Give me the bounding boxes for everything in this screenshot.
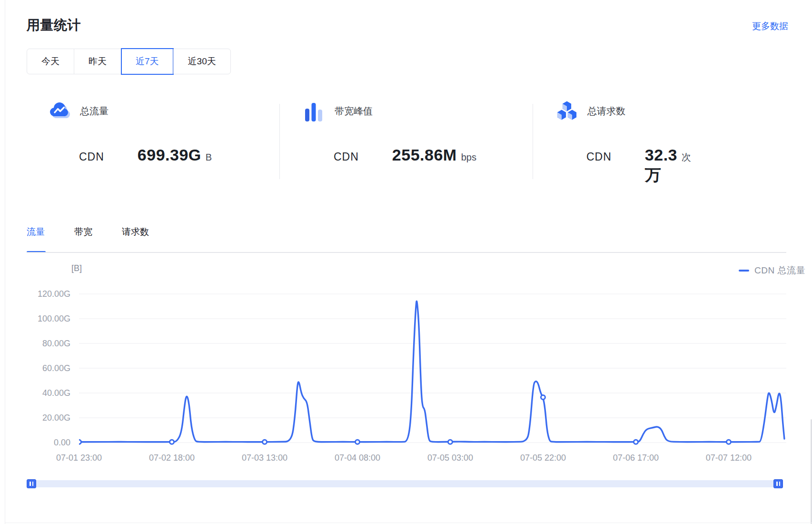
stat-card-header: 带宽峰值	[303, 100, 373, 122]
stat-unit: 次	[682, 151, 691, 164]
stat-label: 总流量	[80, 105, 109, 118]
stat-card-total-traffic: 总流量 CDN 699.39G B	[49, 100, 109, 176]
data-point-marker[interactable]	[726, 440, 731, 444]
stat-value-row: CDN 699.39G B	[79, 146, 212, 164]
requests-cubes-icon	[556, 101, 578, 121]
x-axis-tick-label: 07-01 23:00	[39, 453, 119, 463]
stat-divider	[279, 104, 280, 179]
range-tab-last-7-days[interactable]: 近7天	[121, 49, 173, 74]
data-point-marker[interactable]	[634, 440, 638, 444]
data-point-marker[interactable]	[541, 395, 545, 400]
x-axis-tick-label: 07-07 12:00	[688, 453, 769, 463]
more-data-link[interactable]: 更多数据	[752, 20, 788, 32]
tabs-underline-track	[27, 252, 786, 253]
bandwidth-bars-icon	[303, 101, 325, 121]
range-tab-yesterday[interactable]: 昨天	[74, 49, 121, 74]
stat-value: 699.39G	[138, 146, 201, 164]
tab-bandwidth[interactable]: 带宽	[74, 226, 92, 238]
data-point-marker[interactable]	[79, 440, 81, 444]
stat-unit: B	[206, 152, 212, 163]
stat-value: 255.86M	[392, 146, 457, 164]
panel-bottom-border	[5, 523, 812, 523]
tab-requests[interactable]: 请求数	[122, 226, 149, 238]
y-axis-tick-label: 120.00G	[0, 289, 70, 299]
data-point-marker[interactable]	[170, 440, 174, 444]
x-axis-tick-label: 07-02 18:00	[131, 453, 212, 463]
stat-card-header: 总请求数	[556, 100, 625, 122]
data-point-marker[interactable]	[448, 440, 452, 444]
y-axis-tick-label: 0.00	[0, 437, 70, 448]
x-axis-tick-label: 07-05 22:00	[503, 453, 584, 463]
x-axis-tick-label: 07-06 17:00	[595, 453, 676, 463]
range-tab-last-30-days[interactable]: 近30天	[173, 49, 230, 74]
usage-stats-panel: 用量统计 更多数据 今天 昨天 近7天 近30天 总流量	[0, 0, 812, 524]
stat-product-name: CDN	[79, 151, 104, 163]
stat-value: 32.3万	[645, 146, 677, 186]
datazoom-right-handle[interactable]	[773, 479, 783, 488]
y-axis-tick-label: 40.00G	[0, 388, 70, 398]
stat-divider	[533, 104, 533, 179]
x-axis-tick-label: 07-04 08:00	[317, 453, 398, 463]
datazoom-track[interactable]	[27, 480, 783, 487]
datazoom-left-handle[interactable]	[27, 479, 36, 488]
traffic-line-chart[interactable]	[79, 267, 786, 448]
tab-traffic[interactable]: 流量	[27, 226, 45, 238]
stat-card-peak-bandwidth: 带宽峰值 CDN 255.86M bps	[303, 100, 373, 176]
stat-label: 总请求数	[587, 105, 625, 118]
data-point-marker[interactable]	[356, 440, 360, 444]
x-axis-tick-label: 07-05 03:00	[410, 453, 491, 463]
data-point-marker[interactable]	[263, 440, 267, 444]
date-range-button-group: 今天 昨天 近7天 近30天	[27, 49, 231, 74]
stat-unit: bps	[461, 152, 476, 163]
y-axis-tick-label: 60.00G	[0, 363, 70, 373]
stat-label: 带宽峰值	[335, 105, 373, 118]
traffic-series-line[interactable]	[79, 301, 784, 442]
y-axis-tick-label: 100.00G	[0, 313, 70, 324]
page-title: 用量统计	[27, 16, 81, 34]
cloud-traffic-icon	[49, 101, 70, 121]
stat-card-header: 总流量	[49, 100, 109, 122]
range-tab-today[interactable]: 今天	[27, 49, 74, 74]
stat-card-total-requests: 总请求数 CDN 32.3万 次	[556, 100, 625, 176]
x-axis-tick-label: 07-03 13:00	[224, 453, 305, 463]
stat-value-row: CDN 32.3万 次	[586, 146, 691, 186]
stat-product-name: CDN	[334, 151, 359, 163]
y-axis-tick-label: 20.00G	[0, 413, 70, 423]
stat-value-row: CDN 255.86M bps	[334, 146, 476, 164]
stat-product-name: CDN	[586, 151, 612, 163]
y-axis-tick-label: 80.00G	[0, 338, 70, 349]
